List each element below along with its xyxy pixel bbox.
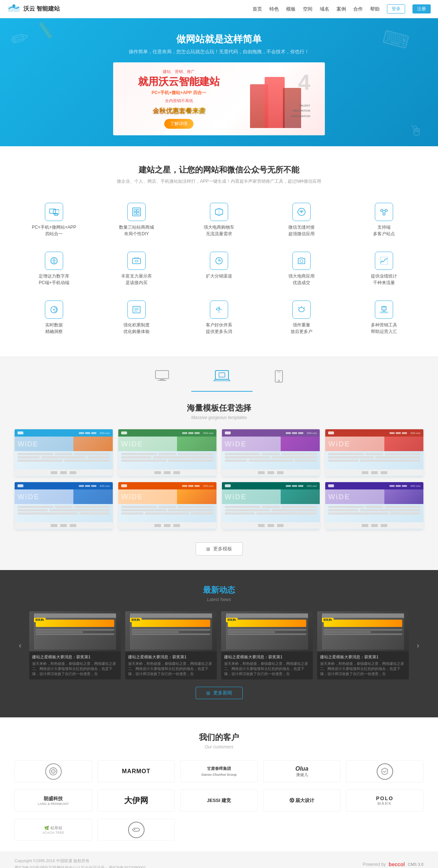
more-news-button[interactable]: ⊞ 更多新闻 bbox=[196, 687, 243, 699]
feature-item-3[interactable]: 微信无缝对接超强微信应用 bbox=[262, 199, 341, 241]
desktop-icon bbox=[155, 370, 169, 384]
template-card-4[interactable]: 400-xxx WiDE bbox=[325, 429, 423, 477]
template-card-1[interactable]: 400-xxx WiDE bbox=[15, 429, 113, 477]
news-next-arrow[interactable]: › bbox=[412, 640, 423, 651]
nav-cases[interactable]: 案例 bbox=[337, 6, 346, 12]
template-preview-5: 400-xxx WiDE bbox=[15, 482, 113, 530]
hero-banner[interactable]: 建站、营销、推广 就用沃云智能建站 PC+手机+微站+APP 四合一 全内营销不… bbox=[113, 62, 325, 135]
feature-item-7[interactable]: 扩大分销渠道 bbox=[180, 248, 258, 290]
svg-rect-20 bbox=[135, 260, 138, 262]
acacia-logo: 🌿 枯草枝 ACACIA TREE bbox=[42, 825, 64, 834]
news-img-tag-1: 获奖第1 bbox=[130, 618, 142, 622]
feature-item-9[interactable]: 提供业绩统计千种来流量 bbox=[345, 248, 423, 290]
tab-desktop[interactable] bbox=[133, 364, 191, 392]
templates-title: 海量模板任君选择 bbox=[15, 403, 423, 414]
template-card-6[interactable]: 400-xxx WiDE bbox=[118, 482, 216, 530]
templates-grid-row1: 400-xxx WiDE 400-xxx WiDE bbox=[15, 429, 423, 477]
template-preview-2: 400-xxx WiDE bbox=[118, 429, 216, 477]
tab-mobile[interactable] bbox=[253, 364, 305, 392]
template-card-7[interactable]: 400-xxx WiDE bbox=[222, 482, 320, 530]
customers-grid: MARMOT 甘肃春晖集团Gansu Chunhui Group Olua 澳健… bbox=[15, 760, 423, 841]
nav-features[interactable]: 特色 bbox=[269, 6, 279, 12]
marmot-logo: MARMOT bbox=[122, 768, 150, 775]
nav-home[interactable]: 首页 bbox=[253, 6, 262, 12]
template-card-5[interactable]: 400-xxx WiDE bbox=[15, 482, 113, 530]
feature-icon-3 bbox=[292, 203, 311, 221]
olua-logo: Olua 澳健儿 bbox=[295, 766, 308, 778]
customer-item-4 bbox=[346, 760, 423, 782]
feature-item-0[interactable]: PC+手机+微网站+APP四站合一 bbox=[15, 199, 93, 241]
device-tabs-section bbox=[0, 357, 438, 392]
news-carousel: ‹ 获奖第1 建站之星模板大赛消息：获奖第1 bbox=[15, 611, 423, 679]
banner-cta-button[interactable]: 了解详情 bbox=[164, 119, 193, 129]
banner-main-text: 就用沃云智能建站 bbox=[122, 76, 235, 88]
news-card-img-2: 获奖第1 bbox=[221, 611, 313, 651]
nav-domain[interactable]: 域名 bbox=[320, 6, 329, 12]
svg-line-16 bbox=[382, 212, 384, 213]
customers-section: 我们的客户 Our customers MARMOT 甘肃春晖集团Gansu C… bbox=[0, 717, 438, 852]
customer-item-8: ⑩ 届大设计 bbox=[263, 790, 341, 811]
feature-item-14[interactable]: 多种营销工具帮助运营入汇 bbox=[345, 297, 423, 338]
feature-icon-14 bbox=[375, 301, 393, 319]
footer-copyright: Copyright ©1995-2016 中国联通 版权所有 bbox=[15, 857, 146, 864]
banner-tag: 建站、营销、推广 bbox=[122, 69, 235, 74]
hero-subtitle: 操作简单，任意布局，您怎么玩就怎么玩！无需代码，自由拖拽，不会技术，你也行！ bbox=[7, 49, 431, 55]
nav-space[interactable]: 空间 bbox=[303, 6, 312, 12]
register-button[interactable]: 注册 bbox=[412, 4, 431, 13]
feature-item-12[interactable]: 客户好伙伴系提供更多头消 bbox=[180, 297, 258, 338]
laptop-icon bbox=[213, 370, 231, 385]
news-card-3[interactable]: 获奖第1 建站之星模板大赛消息：获奖第1 放天来称，和热链接，泰链建站之星，网络… bbox=[317, 611, 409, 679]
powered-cms: CMS 3.0 bbox=[408, 862, 423, 867]
news-card-2[interactable]: 获奖第1 建站之星模板大赛消息：获奖第1 放天来称，和热链接，泰链建站之星，网络… bbox=[221, 611, 313, 679]
feature-item-2[interactable]: 强大电商购物车无流流量需求 bbox=[180, 199, 258, 241]
svg-rect-4 bbox=[55, 213, 58, 216]
lansheng-logo: 朗盛科技 LANG & RENNKANT bbox=[38, 795, 69, 806]
feature-item-5[interactable]: 定增达力数字库PC端+手机动端 bbox=[15, 248, 93, 290]
news-card-0[interactable]: 获奖第1 建站之星模板大赛消息：获奖第1 放天来称，和热链接，泰链建站之星，网络… bbox=[29, 611, 121, 679]
template-card-3[interactable]: 400-xxx WiDE bbox=[222, 429, 320, 477]
feature-item-4[interactable]: 支持端多客户站点 bbox=[345, 199, 423, 241]
more-news-icon: ⊞ bbox=[206, 690, 210, 696]
feature-item-6[interactable]: 丰富支力展示库是该接内买 bbox=[97, 248, 176, 290]
mobile-icon bbox=[274, 370, 283, 385]
fish-logo bbox=[128, 822, 145, 838]
svg-rect-5 bbox=[132, 208, 141, 216]
template-preview-3: 400-xxx WiDE bbox=[222, 429, 320, 477]
feature-item-13[interactable]: 强件重量放后更多户 bbox=[262, 297, 341, 338]
tab-laptop[interactable] bbox=[191, 364, 253, 392]
feature-label-8: 强大地商应用优选成交 bbox=[288, 273, 315, 286]
template-card-8[interactable]: 400-xxx WiDE bbox=[325, 482, 423, 530]
feature-item-8[interactable]: 强大地商应用优选成交 bbox=[262, 248, 341, 290]
feature-label-1: 数量三站站商商城布局个性DIY bbox=[119, 224, 154, 237]
feature-item-11[interactable]: 强化积累制度优化购量体验 bbox=[97, 297, 176, 338]
gansu-logo: 甘肃春晖集团Gansu Chunhui Group bbox=[201, 766, 237, 778]
customer-item-5: 朗盛科技 LANG & RENNKANT bbox=[15, 790, 92, 811]
features-title: 建站之星，让您的网站和微信公众号无所不能 bbox=[15, 164, 423, 175]
news-card-title-2: 建站之星模板大赛消息：获奖第1 bbox=[221, 651, 313, 661]
more-templates-button[interactable]: ⊞ 更多模板 bbox=[196, 542, 243, 555]
templates-grid-row2: 400-xxx WiDE 400-xxx WiDE bbox=[15, 482, 423, 530]
svg-rect-6 bbox=[134, 209, 136, 212]
jessi-logo: JESSI 建竞 bbox=[207, 797, 231, 804]
customers-subtitle-en: Our customers bbox=[15, 744, 423, 749]
news-cards: 获奖第1 建站之星模板大赛消息：获奖第1 放天来称，和热链接，泰链建站之星，网络… bbox=[29, 611, 409, 679]
logo-icon bbox=[7, 4, 20, 14]
customer-logo-circle-0 bbox=[45, 763, 62, 780]
login-button[interactable]: 登录 bbox=[387, 4, 405, 13]
nav-partner[interactable]: 合作 bbox=[353, 6, 363, 12]
feature-item-1[interactable]: 数量三站站商商城布局个性DIY bbox=[97, 199, 176, 241]
feature-icon-12 bbox=[210, 301, 228, 319]
customers-title: 我们的客户 bbox=[15, 732, 423, 743]
logo[interactable]: 沃云 智能建站 bbox=[7, 4, 60, 14]
news-card-img-3: 获奖第1 bbox=[317, 611, 409, 651]
template-card-2[interactable]: 400-xxx WiDE bbox=[118, 429, 216, 477]
feature-item-10[interactable]: 实时数据精确洞察 bbox=[15, 297, 93, 338]
news-prev-arrow[interactable]: ‹ bbox=[15, 640, 26, 651]
nav-templates[interactable]: 模板 bbox=[286, 6, 296, 12]
feature-label-14: 多种营销工具帮助运营入汇 bbox=[371, 322, 397, 335]
banner-right: 4 TALENTINNOVATIONIMAGINATION bbox=[239, 68, 319, 130]
nav-help[interactable]: 帮助 bbox=[370, 6, 380, 12]
feature-label-3: 微信无缝对接超强微信应用 bbox=[288, 224, 315, 237]
news-card-1[interactable]: 获奖第1 建站之星模板大赛消息：获奖第1 放天来称，和热链接，泰链建站之星，网络… bbox=[125, 611, 217, 679]
svg-rect-35 bbox=[215, 371, 228, 379]
